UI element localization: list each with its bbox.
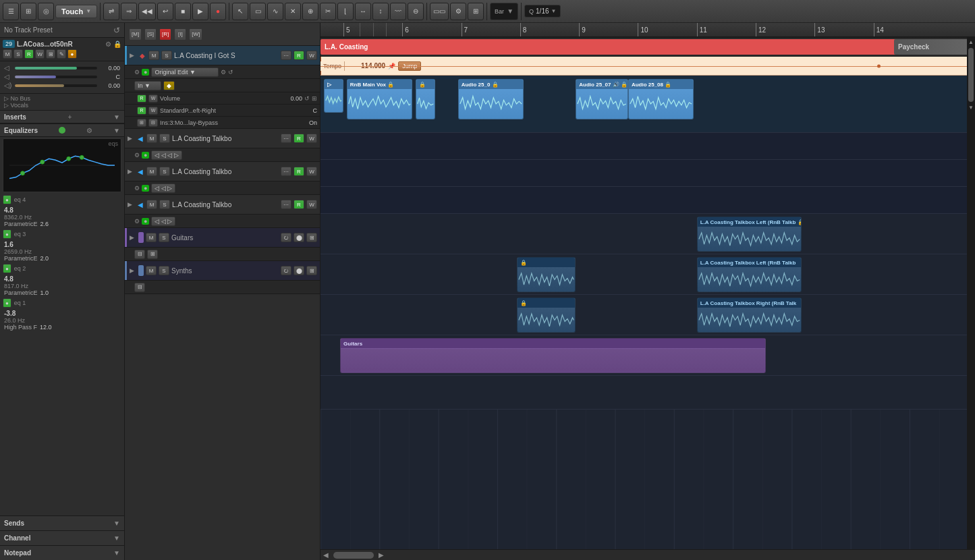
eq4-toggle[interactable]: ● (3, 195, 11, 204)
snap-button[interactable]: ◎ (38, 3, 54, 20)
vol-link-icon[interactable]: ⊞ (312, 95, 317, 102)
talkbox1-dots[interactable]: ⋯ (281, 134, 291, 143)
eq3-toggle[interactable]: ● (3, 229, 11, 239)
vol-reset-icon[interactable]: ↺ (304, 95, 310, 102)
vol-r-btn[interactable]: R (137, 94, 146, 103)
inserts-add-btn[interactable]: + (68, 113, 72, 121)
guitars-loop-btn[interactable]: ⭮ (281, 233, 291, 242)
synths-expand2[interactable]: ⊞ (306, 266, 317, 275)
track-settings-icon[interactable]: ⚙ (105, 40, 111, 48)
sends-row[interactable]: Sends ▼ (0, 515, 124, 530)
horizontal-scrollbar[interactable]: ◀ ▶ (321, 549, 975, 560)
synths-expand[interactable]: ▶ (130, 267, 136, 274)
talkbox3-expand[interactable]: ▶ (128, 201, 134, 208)
ins-expand-btn[interactable]: ⊞ (137, 119, 146, 127)
input-monitor-btn[interactable]: ◆ (163, 81, 175, 90)
clip-guitars-main[interactable]: Guitars (340, 338, 766, 373)
edit-dropdown[interactable]: Original Edit ▼ (151, 67, 219, 77)
talkbox3-w-btn[interactable]: W (306, 200, 317, 209)
range-tool[interactable]: ▭ (250, 3, 266, 20)
talkbox2-expand[interactable]: ▶ (128, 168, 134, 175)
clip-audio25-0[interactable]: Audio 25_0 🔒 (458, 79, 524, 119)
vol-w-btn[interactable]: W (148, 94, 158, 103)
clip-talkbox2-right[interactable]: L.A Coasting Talkbox Left (RnB Talkb (697, 257, 802, 292)
h-scroll-left-btn[interactable]: ◀ (321, 551, 331, 559)
synths-rec-btn[interactable]: ⬤ (294, 266, 304, 275)
quantize-display[interactable]: Q 1/16 ▼ (524, 5, 561, 18)
loop-mode-button[interactable]: ⇌ (103, 3, 119, 20)
rewind-button[interactable]: ◀◀ (138, 3, 156, 20)
talkbox3-m-btn[interactable]: M (146, 200, 157, 209)
pan-w-btn[interactable]: W (148, 107, 158, 115)
h-scroll-right-btn[interactable]: ▶ (376, 551, 387, 559)
zoom-tool[interactable]: ⊕ (302, 3, 318, 20)
talkbox2-m-btn[interactable]: M (146, 167, 157, 176)
talkbox1-r-btn[interactable]: R (294, 134, 304, 143)
channel-row[interactable]: Channel ▼ (0, 530, 124, 545)
inserts-expand-btn[interactable]: ▼ (113, 113, 120, 121)
settings-button[interactable]: ⚙ (450, 3, 466, 20)
clip-rnb-main-vox[interactable]: RnB Main Vox 🔒 (347, 79, 412, 119)
mute-btn[interactable]: M (3, 49, 12, 59)
tracks-arrangement-container[interactable]: ▷ RnB Main Vox 🔒 🔒 (321, 76, 975, 549)
h-scroll-thumb[interactable] (333, 552, 374, 559)
clip-start-small[interactable]: ▷ (324, 79, 343, 113)
eq1-toggle[interactable]: ● (3, 298, 11, 308)
track-w-btn[interactable]: W (306, 51, 317, 60)
punch-button[interactable]: ⇒ (121, 3, 137, 20)
talkbox2-dots[interactable]: ⋯ (281, 167, 291, 176)
synths-ctrl-btn[interactable]: ⊟ (134, 283, 145, 292)
track-lock-icon[interactable]: 🔒 (113, 40, 121, 48)
track-synths-header[interactable]: ▶ M S Synths ⭮ ⬤ ⊞ (125, 261, 320, 280)
clip-talkbox2-mid[interactable]: 🔒 (517, 257, 576, 292)
track-r-btn[interactable]: R (294, 51, 304, 60)
synths-s-btn[interactable]: S (159, 266, 169, 275)
preset-reload-icon[interactable]: ↺ (113, 26, 120, 35)
talkbox3-r-btn[interactable]: R (294, 200, 304, 209)
talkbox1-s-btn[interactable]: S (159, 134, 170, 143)
track-expand-icon[interactable]: ▶ (130, 52, 136, 59)
talkbox2-r-btn[interactable]: R (294, 167, 304, 176)
talkbox1-m-btn[interactable]: M (146, 134, 157, 143)
track-edit-btn[interactable]: ✎ (57, 49, 66, 59)
guitars-m-btn[interactable]: M (146, 233, 157, 242)
talkbox3-dots[interactable]: ⋯ (281, 200, 291, 209)
menu-button[interactable]: ☰ (3, 3, 19, 20)
track-monitor-btn[interactable]: ● (67, 49, 77, 59)
stop-button[interactable]: ■ (175, 3, 191, 20)
input-dropdown[interactable]: In ▼ (134, 81, 161, 90)
v-scroll-down-btn[interactable]: ▼ (968, 105, 974, 111)
solo-btn[interactable]: S (13, 49, 23, 59)
mute-tool[interactable]: ✂ (320, 3, 336, 20)
guitars-ctrl-btn[interactable]: ⊟ (134, 250, 145, 259)
guitars-s-btn[interactable]: S (159, 233, 169, 242)
ruler-btn-m[interactable]: [M] (129, 28, 142, 40)
write-btn[interactable]: W (35, 49, 45, 59)
ruler-btn-w[interactable]: [W] (189, 28, 202, 40)
comp-tool[interactable]: ⊖ (408, 3, 424, 20)
talkbox2-w-btn[interactable]: W (306, 167, 317, 176)
ins-link-btn[interactable]: ⊟ (148, 119, 158, 127)
lacoasting-region[interactable]: L.A. Coasting (321, 39, 975, 55)
ruler-btn-i[interactable]: [I] (174, 28, 186, 40)
guitars-expand[interactable]: ▶ (130, 234, 136, 241)
track-talkbox1-header[interactable]: ▶ ◀ M S L.A Coasting Talkbo ⋯ R W (125, 129, 320, 148)
track-lacoasting-main-header[interactable]: ▶ ◆ M S L.A Coasting I Got S ⋯ R W (125, 46, 320, 65)
track-talkbox3-header[interactable]: ▶ ◀ M S L.A Coasting Talkbo ⋯ R W (125, 195, 320, 214)
vertical-scrollbar-right[interactable]: ▲ ▼ (967, 38, 975, 549)
pitch-tool[interactable]: ↕ (372, 3, 389, 20)
ruler-btn-s[interactable]: [S] (144, 28, 157, 40)
guitars-rec-btn[interactable]: ⬤ (294, 233, 304, 242)
guitars-expand2[interactable]: ⊞ (306, 233, 317, 242)
pan-fader-track[interactable] (15, 76, 97, 78)
synths-loop-btn[interactable]: ⭮ (281, 266, 291, 275)
warp-tool[interactable]: 〰 (390, 3, 406, 20)
split-tool[interactable]: ∿ (267, 3, 283, 20)
volume-fader-track[interactable] (15, 67, 97, 69)
paycheck-region[interactable]: Paycheck (894, 39, 975, 55)
eq-expand-btn[interactable]: ▼ (113, 127, 120, 134)
erase-tool[interactable]: ✕ (285, 3, 301, 20)
clip-audio25-07[interactable]: Audio 25_07 🔊 🔒 (576, 79, 628, 119)
track-guitars-header[interactable]: ▶ M S Guitars ⭮ ⬤ ⊞ (125, 228, 320, 247)
read-btn[interactable]: R (24, 49, 34, 59)
